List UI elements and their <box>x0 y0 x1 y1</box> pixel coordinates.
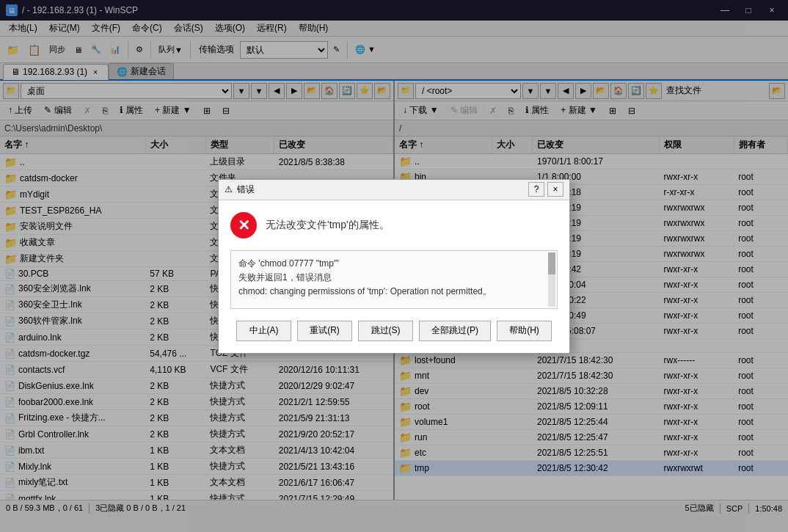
dialog-controls: ? × <box>528 182 563 197</box>
detail-scrollbar[interactable] <box>548 252 555 307</box>
dialog-title-text: 错误 <box>237 183 255 196</box>
dialog-help-btn[interactable]: ? <box>528 182 544 197</box>
error-icon: ✕ <box>230 212 257 238</box>
dialog-title-bar: ⚠ 错误 ? × <box>219 180 569 200</box>
error-dialog: ⚠ 错误 ? × ✕ 无法改变文件'tmp'的属性。 命令 'chmod 077… <box>218 179 570 354</box>
dialog-title-icon: ⚠ <box>225 184 233 194</box>
dialog-close-btn[interactable]: × <box>547 182 563 197</box>
dialog-skip-all-btn[interactable]: 全部跳过(P) <box>419 321 491 341</box>
dialog-abort-btn[interactable]: 中止(A) <box>236 321 291 341</box>
dialog-body: ✕ 无法改变文件'tmp'的属性。 命令 'chmod 07777 "tmp"'… <box>219 200 569 353</box>
scrollbar-thumb <box>548 252 555 274</box>
dialog-help-action-btn[interactable]: 帮助(H) <box>497 321 552 341</box>
dialog-detail-box: 命令 'chmod 07777 "tmp"' 失败并返回1，错误消息 chmod… <box>230 250 558 309</box>
detail-line-1: 命令 'chmod 07777 "tmp"' <box>238 257 550 271</box>
dialog-message: 无法改变文件'tmp'的属性。 <box>266 219 390 232</box>
dialog-buttons: 中止(A) 重试(R) 跳过(S) 全部跳过(P) 帮助(H) <box>230 321 558 341</box>
dialog-header-row: ✕ 无法改变文件'tmp'的属性。 <box>230 212 558 238</box>
dialog-title-left: ⚠ 错误 <box>225 183 255 196</box>
modal-overlay: ⚠ 错误 ? × ✕ 无法改变文件'tmp'的属性。 命令 'chmod 077… <box>0 0 788 532</box>
detail-line-2: 失败并返回1，错误消息 <box>238 271 550 285</box>
detail-line-3: chmod: changing permissions of 'tmp': Op… <box>238 285 550 299</box>
dialog-retry-btn[interactable]: 重试(R) <box>297 321 352 341</box>
dialog-skip-btn[interactable]: 跳过(S) <box>358 321 413 341</box>
